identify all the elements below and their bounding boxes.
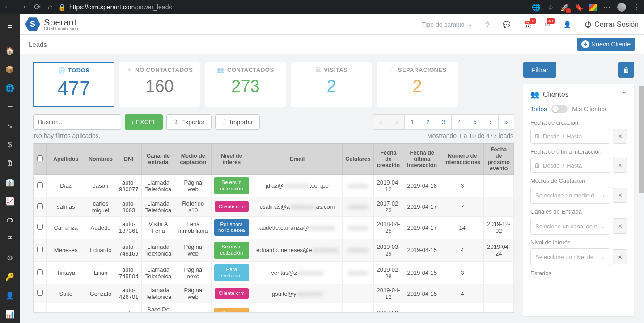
translate-icon[interactable]: 🌐 [532, 3, 540, 11]
menu-hamburger-icon[interactable]: ≡ [0, 19, 20, 36]
col-header[interactable]: Fecha de próximo evento [484, 144, 514, 175]
clear-medios[interactable]: ✕ [613, 188, 627, 203]
nav-user-icon[interactable]: 👤 [0, 287, 20, 304]
more-extensions-icon[interactable]: ⋯ [603, 3, 611, 11]
page-4[interactable]: 4 [451, 114, 467, 130]
nav-arrow-icon[interactable]: ➘ [0, 117, 20, 134]
excel-button[interactable]: ↓EXCEL [125, 114, 163, 130]
reload-icon[interactable]: ⟳ [34, 2, 41, 12]
filter-todos-label[interactable]: Todos [530, 105, 547, 113]
page-next[interactable]: › [483, 114, 499, 130]
table-row[interactable]: Tintaya Lilian auto-745504 Llamada Telef… [34, 261, 514, 284]
bookmark-icon[interactable]: 🔖 [575, 3, 583, 11]
col-header[interactable] [34, 144, 47, 175]
profile-avatar[interactable] [617, 3, 626, 12]
scrollbar[interactable] [639, 86, 644, 193]
filtrar-button[interactable]: Filtrar [523, 62, 556, 78]
row-checkbox[interactable] [37, 203, 43, 209]
table-row[interactable]: Carranza Audette auto-187361 Visita A Fe… [34, 216, 514, 239]
nav-home-icon[interactable]: 🏠 [0, 42, 20, 59]
row-checkbox[interactable] [37, 182, 43, 188]
table-row[interactable]: salinas carlos miguel auto-8663 Llamada … [34, 197, 514, 216]
col-header[interactable]: Medio de captación [175, 144, 211, 175]
table-row[interactable]: Diaz Jason auto-930077 Llamada Telefónic… [34, 175, 514, 197]
table-row[interactable]: Meneses Eduardo auto-748169 Llamada Tele… [34, 239, 514, 262]
forward-icon[interactable]: → [19, 2, 27, 12]
nav-bars-icon[interactable]: 📊 [0, 306, 20, 323]
url-bar[interactable]: 🔒 https://crm.sperant.com/power_leads [58, 4, 527, 11]
col-header[interactable]: Fecha de última interacción [403, 144, 441, 175]
col-header[interactable]: Apellidos [47, 144, 85, 175]
logout-button[interactable]: ⏻ Cerrar Sesión [585, 21, 639, 29]
col-header[interactable]: Nivel de interés [211, 144, 252, 175]
stat-card[interactable]: 👥CONTACTADOS273 [205, 62, 286, 107]
col-header[interactable]: Fecha de creación [373, 144, 403, 175]
nivel-select[interactable]: Seleccione un nivel de⌄ [530, 248, 610, 265]
nav-key-icon[interactable]: 🔑 [0, 268, 20, 285]
importar-button[interactable]: ⇩Importar [215, 114, 260, 130]
calendar-icon[interactable]: 📅9 [524, 21, 531, 28]
tipo-cambio-dropdown[interactable]: Tipo de cambio ⌄ [422, 21, 472, 28]
clear-fecha-creacion[interactable]: ✕ [613, 129, 627, 144]
row-checkbox[interactable] [37, 269, 43, 275]
nav-calendar-icon[interactable]: 🗓 [0, 155, 20, 172]
fecha-interaccion-input[interactable]: 🗓 Desde / Hasta [530, 158, 610, 173]
col-header[interactable]: Nombres [85, 144, 116, 175]
clear-nivel[interactable]: ✕ [613, 249, 627, 264]
filter-mis-label[interactable]: Mis Clientes [572, 105, 606, 113]
row-checkbox[interactable] [37, 224, 43, 230]
nav-ticket-icon[interactable]: 🎟 [0, 212, 20, 229]
star-icon[interactable]: ☆ [547, 3, 555, 11]
nav-settings-icon[interactable]: ⚙ [0, 249, 20, 266]
stat-card[interactable]: ▼NO CONTACTADOS160 [119, 62, 200, 107]
nav-box-icon[interactable]: 📦 [0, 61, 20, 78]
fecha-creacion-input[interactable]: 🗓 Desde / Hasta [530, 129, 610, 144]
row-checkbox[interactable] [37, 290, 43, 296]
stat-card[interactable]: 🌐TODOS477 [33, 62, 114, 107]
canales-select[interactable]: Selecione un canal de e⌄ [530, 218, 610, 235]
extension-icon[interactable]: 🚀1 [561, 3, 569, 11]
leads-table-wrap[interactable]: ApellidosNombresDNICanal de entradaMedio… [33, 143, 514, 313]
chevron-up-icon[interactable]: ⌃ [621, 90, 627, 99]
medios-select[interactable]: Seleccione un medio d⌄ [530, 187, 610, 204]
exportar-button[interactable]: ⇪Exportar [166, 114, 212, 130]
page-5[interactable]: 5 [467, 114, 483, 130]
page-first[interactable]: « [373, 114, 389, 130]
nav-team-icon[interactable]: 👔 [0, 174, 20, 191]
todos-toggle[interactable] [551, 105, 568, 113]
nav-globe-icon[interactable]: 🌐 [0, 80, 20, 97]
clear-canales[interactable]: ✕ [613, 218, 627, 234]
nav-chart-icon[interactable]: 📈 [0, 193, 20, 210]
nav-money-icon[interactable]: $ [0, 136, 20, 153]
help-icon[interactable]: ? [486, 21, 490, 28]
extension-color-icon[interactable] [589, 4, 597, 11]
row-checkbox[interactable] [37, 247, 43, 252]
stat-card[interactable]: 🏛VISITAS2 [291, 62, 372, 107]
table-row[interactable]: Suito Gonzalo auto-426701 Llamada Telefó… [34, 284, 514, 303]
menu-icon[interactable]: ⋮ [632, 3, 640, 11]
col-header[interactable]: Canal de entrada [142, 144, 175, 175]
mail-icon[interactable]: ✉49 [545, 21, 550, 28]
chat-icon[interactable]: 💬 [503, 21, 510, 28]
page-1[interactable]: 1 [404, 114, 420, 130]
col-header[interactable]: Email [252, 144, 343, 175]
user-icon[interactable]: 👤 [564, 21, 571, 28]
clear-fecha-interaccion[interactable]: ✕ [613, 158, 627, 173]
table-row[interactable]: olivo luis auto-233 Base De Datos Extern… [34, 303, 514, 313]
col-header[interactable]: Celulares [343, 144, 373, 175]
col-header[interactable]: DNI [116, 144, 142, 175]
logo[interactable]: S Sperant CRM Inmobiliario [25, 17, 78, 32]
nav-list-icon[interactable]: ≣ [0, 99, 20, 116]
nav-display-icon[interactable]: 🖥 [0, 231, 20, 247]
nuevo-cliente-button[interactable]: + Nuevo Cliente [577, 38, 635, 51]
search-input[interactable] [33, 114, 121, 130]
col-header[interactable]: Número de interacciones [441, 144, 484, 175]
page-prev[interactable]: ‹ [389, 114, 405, 130]
clear-filters-button[interactable]: 🗑 [618, 62, 634, 78]
page-3[interactable]: 3 [436, 114, 452, 130]
select-all-checkbox[interactable] [37, 155, 43, 161]
home-icon[interactable]: ⌂ [48, 2, 53, 12]
page-2[interactable]: 2 [420, 114, 436, 130]
back-icon[interactable]: ← [4, 2, 12, 12]
page-last[interactable]: » [498, 114, 514, 130]
